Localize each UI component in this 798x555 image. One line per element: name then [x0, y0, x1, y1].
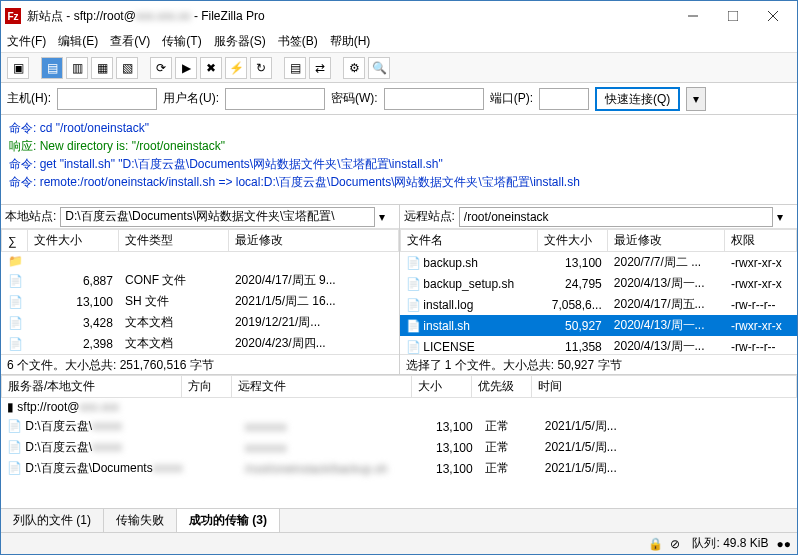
pass-input[interactable] — [384, 88, 484, 110]
close-button[interactable] — [753, 2, 793, 30]
compare-icon[interactable]: ⇄ — [309, 57, 331, 79]
local-col-size: 文件大小 — [28, 230, 119, 252]
user-label: 用户名(U): — [163, 90, 219, 107]
file-icon: 📄 — [8, 295, 22, 309]
transfer-row[interactable]: 📄 D:\百度云盘\Documentsxxxxx/root/oneinstack… — [1, 458, 797, 479]
remote-col-size: 文件大小 — [537, 230, 608, 252]
list-item[interactable]: 📄 install.log7,058,6...2020/4/17/周五...-r… — [400, 294, 797, 315]
minimize-button[interactable] — [673, 2, 713, 30]
bottom-tabs: 列队的文件 (1) 传输失败 成功的传输 (3) — [1, 508, 797, 532]
file-icon: 📄 — [8, 274, 22, 288]
transfer-queue[interactable]: 服务器/本地文件 方向 远程文件 大小 优先级 时间 ▮ sftp://root… — [1, 375, 797, 508]
user-input[interactable] — [225, 88, 325, 110]
filter-icon[interactable]: ▤ — [284, 57, 306, 79]
menu-transfer[interactable]: 传输(T) — [162, 33, 201, 50]
maximize-button[interactable] — [713, 2, 753, 30]
tab-failed[interactable]: 传输失败 — [104, 509, 177, 532]
local-col-type: 文件类型 — [119, 230, 229, 252]
status-indicator-icon: ●● — [777, 537, 792, 551]
menu-bookmarks[interactable]: 书签(B) — [278, 33, 318, 50]
toggle-remote-tree-icon[interactable]: ▦ — [91, 57, 113, 79]
window-title: 新站点 - sftp://root@xxx.xxx.xx - FileZilla… — [27, 8, 673, 25]
list-item[interactable]: 📄 backup.sh13,1002020/7/7/周二 ...-rwxr-xr… — [400, 252, 797, 274]
local-pane: 本地站点: ▾ ∑ 文件大小 文件类型 最近修改 📁📄6,887CONF 文件2… — [1, 205, 400, 374]
pass-label: 密码(W): — [331, 90, 378, 107]
transfer-row[interactable]: 📄 D:\百度云盘\xxxxxxxxxxxx13,100正常2021/1/5/周… — [1, 437, 797, 458]
port-input[interactable] — [539, 88, 589, 110]
file-icon: 📄 — [406, 298, 420, 312]
statusbar: 🔒 ⊘ 队列: 49.8 KiB ●● — [1, 532, 797, 554]
menubar: 文件(F) 编辑(E) 查看(V) 传输(T) 服务器(S) 书签(B) 帮助(… — [1, 31, 797, 53]
local-site-label: 本地站点: — [5, 208, 56, 225]
host-label: 主机(H): — [7, 90, 51, 107]
security-icon[interactable]: 🔒 — [648, 537, 662, 551]
site-manager-icon[interactable]: ▣ — [7, 57, 29, 79]
cancel-icon[interactable]: ✖ — [200, 57, 222, 79]
file-icon: 📄 — [406, 340, 420, 354]
quickconnect-bar: 主机(H): 用户名(U): 密码(W): 端口(P): 快速连接(Q) ▾ — [1, 83, 797, 115]
local-status: 6 个文件。大小总共: 251,760,516 字节 — [1, 354, 399, 374]
list-item[interactable]: 📁 — [2, 252, 399, 271]
file-icon: 📄 — [8, 316, 22, 330]
toolbar: ▣ ▤ ▥ ▦ ▧ ⟳ ▶ ✖ ⚡ ↻ ▤ ⇄ ⚙ 🔍 — [1, 53, 797, 83]
refresh-icon[interactable]: ⟳ — [150, 57, 172, 79]
toggle-queue-icon[interactable]: ▧ — [116, 57, 138, 79]
reconnect-icon[interactable]: ↻ — [250, 57, 272, 79]
remote-status: 选择了 1 个文件。大小总共: 50,927 字节 — [400, 354, 798, 374]
menu-server[interactable]: 服务器(S) — [214, 33, 266, 50]
search-icon[interactable]: 🔍 — [368, 57, 390, 79]
remote-pane: 远程站点: ▾ 文件名 文件大小 最近修改 权限 📄 backup.sh13,1… — [400, 205, 798, 374]
file-icon: 📄 — [8, 337, 22, 351]
menu-edit[interactable]: 编辑(E) — [58, 33, 98, 50]
sync-browse-icon[interactable]: ⚙ — [343, 57, 365, 79]
remote-col-name: 文件名 — [400, 230, 537, 252]
list-item[interactable]: 📄 backup_setup.sh24,7952020/4/13/周一...-r… — [400, 273, 797, 294]
svg-rect-1 — [728, 11, 738, 21]
queue-size: 队列: 49.8 KiB — [692, 535, 768, 552]
list-item[interactable]: 📄3,428文本文档2019/12/21/周... — [2, 312, 399, 333]
file-icon: 📄 — [406, 277, 420, 291]
host-input[interactable] — [57, 88, 157, 110]
local-path-input[interactable] — [60, 207, 374, 227]
file-icon: 📄 — [406, 256, 420, 270]
remote-col-mod: 最近修改 — [608, 230, 725, 252]
local-path-dropdown-icon[interactable]: ▾ — [379, 210, 395, 224]
quickconnect-button[interactable]: 快速连接(Q) — [595, 87, 680, 111]
remote-path-dropdown-icon[interactable]: ▾ — [777, 210, 793, 224]
local-col-mod: 最近修改 — [229, 230, 398, 252]
quickconnect-dropdown-icon[interactable]: ▾ — [686, 87, 706, 111]
remote-col-perm: 权限 — [725, 230, 797, 252]
menu-help[interactable]: 帮助(H) — [330, 33, 371, 50]
message-log[interactable]: 命令: cd "/root/oneinstack"响应: New directo… — [1, 115, 797, 205]
file-icon: 📄 — [406, 319, 420, 333]
app-logo-icon: Fz — [5, 8, 21, 24]
tab-success[interactable]: 成功的传输 (3) — [177, 509, 280, 532]
queue-icon: ⊘ — [670, 537, 684, 551]
tab-queued[interactable]: 列队的文件 (1) — [1, 509, 104, 532]
process-queue-icon[interactable]: ▶ — [175, 57, 197, 79]
disconnect-icon[interactable]: ⚡ — [225, 57, 247, 79]
transfer-row[interactable]: 📄 D:\百度云盘\xxxxxxxxxxxx13,100正常2021/1/5/周… — [1, 416, 797, 437]
titlebar: Fz 新站点 - sftp://root@xxx.xxx.xx - FileZi… — [1, 1, 797, 31]
remote-path-input[interactable] — [459, 207, 773, 227]
port-label: 端口(P): — [490, 90, 533, 107]
folder-icon: 📁 — [8, 254, 22, 268]
list-item[interactable]: 📄6,887CONF 文件2020/4/17/周五 9... — [2, 270, 399, 291]
list-item[interactable]: 📄 LICENSE11,3582020/4/13/周一...-rw-r--r-- — [400, 336, 797, 354]
server-icon: ▮ — [7, 400, 14, 414]
local-file-list[interactable]: ∑ 文件大小 文件类型 最近修改 📁📄6,887CONF 文件2020/4/17… — [1, 229, 399, 354]
list-item[interactable]: 📄2,398文本文档2020/4/23/周四... — [2, 333, 399, 354]
toggle-log-icon[interactable]: ▤ — [41, 57, 63, 79]
toggle-local-tree-icon[interactable]: ▥ — [66, 57, 88, 79]
list-item[interactable]: 📄 install.sh50,9272020/4/13/周一...-rwxr-x… — [400, 315, 797, 336]
menu-view[interactable]: 查看(V) — [110, 33, 150, 50]
remote-file-list[interactable]: 文件名 文件大小 最近修改 权限 📄 backup.sh13,1002020/7… — [400, 229, 798, 354]
menu-file[interactable]: 文件(F) — [7, 33, 46, 50]
list-item[interactable]: 📄13,100SH 文件2021/1/5/周二 16... — [2, 291, 399, 312]
remote-site-label: 远程站点: — [404, 208, 455, 225]
